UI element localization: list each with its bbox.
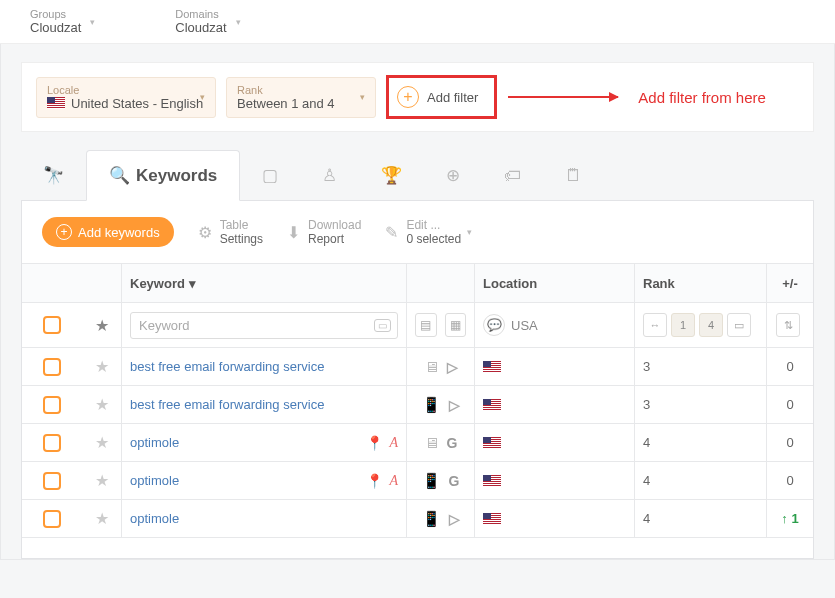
locale-value: United States - English	[47, 96, 205, 111]
bing-icon: ▷	[449, 397, 460, 413]
mobile-icon: 📱	[422, 396, 441, 414]
rank-value: 4	[643, 473, 650, 488]
bing-icon: ▷	[449, 511, 460, 527]
change-value: 0	[786, 359, 793, 374]
tabs: 🔭 🔍Keywords ▢ ♙ 🏆 ⊕ 🏷 🗒	[21, 150, 814, 201]
rank-value: 3	[643, 397, 650, 412]
us-flag-icon	[483, 513, 501, 525]
plus-icon: +	[56, 224, 72, 240]
table-row: ★best free email forwarding service🖥▷30	[22, 348, 813, 386]
language-icon: A	[389, 473, 398, 489]
row-checkbox[interactable]	[43, 510, 61, 528]
rank-high[interactable]: 4	[699, 313, 723, 337]
star-icon[interactable]: ★	[95, 471, 109, 490]
change-value: 0	[786, 435, 793, 450]
rank-filter[interactable]: Rank Between 1 and 4 ▾	[226, 77, 376, 118]
row-checkbox[interactable]	[43, 358, 61, 376]
rank-value: Between 1 and 4	[237, 96, 365, 111]
rank-value: 4	[643, 511, 650, 526]
table-row: ★optimole📍A📱G40	[22, 462, 813, 500]
us-flag-icon	[483, 475, 501, 487]
bubble-icon[interactable]: 💬	[483, 314, 505, 336]
desktop-icon: 🖥	[424, 434, 439, 451]
keyword-link[interactable]: optimole	[130, 511, 179, 526]
caret-down-icon: ▾	[360, 92, 365, 102]
col-plus-minus[interactable]: +/-	[767, 264, 813, 302]
keyword-link[interactable]: best free email forwarding service	[130, 397, 324, 412]
row-checkbox[interactable]	[43, 396, 61, 414]
tab-target[interactable]: ⊕	[424, 151, 482, 200]
tab-window[interactable]: ▢	[240, 151, 300, 200]
table-settings-button[interactable]: ⚙ Table Settings	[198, 218, 263, 246]
map-pin-icon: 📍	[366, 435, 383, 451]
pencil-icon: ✎	[385, 223, 398, 242]
row-checkbox[interactable]	[43, 472, 61, 490]
tab-keywords[interactable]: 🔍Keywords	[86, 150, 240, 201]
groups-label: Groups	[30, 8, 81, 20]
star-icon[interactable]: ★	[95, 316, 109, 335]
tab-trophy[interactable]: 🏆	[359, 151, 424, 200]
plus-circle-icon: +	[397, 86, 419, 108]
groups-value: Cloudzat	[30, 20, 81, 35]
select-all-checkbox[interactable]	[43, 316, 61, 334]
language-icon: A	[389, 435, 398, 451]
device-filter-button[interactable]: ▤	[415, 313, 437, 337]
crosshair-icon: ⊕	[446, 166, 460, 185]
table-header: Keyword ▾ Location Rank +/-	[22, 264, 813, 303]
change-value: 0	[786, 397, 793, 412]
keyword-link[interactable]: optimole	[130, 435, 179, 450]
window-icon: ▢	[262, 166, 278, 185]
tab-chess[interactable]: ♙	[300, 151, 359, 200]
star-icon[interactable]: ★	[95, 395, 109, 414]
tag-icon: 🏷	[504, 166, 521, 185]
desktop-icon: 🖥	[424, 358, 439, 375]
rank-label: Rank	[237, 84, 365, 96]
tab-notes[interactable]: 🗒	[543, 152, 604, 200]
download-report-button[interactable]: ⬇ Download Report	[287, 218, 361, 246]
engine-filter-button[interactable]: ▦	[445, 313, 467, 337]
domains-selector[interactable]: Domains Cloudzat ▾	[175, 8, 240, 35]
content-panel: + Add keywords ⚙ Table Settings ⬇ Downlo…	[21, 201, 814, 559]
caret-down-icon: ▾	[200, 92, 205, 102]
us-flag-icon	[483, 399, 501, 411]
col-rank[interactable]: Rank	[635, 264, 767, 302]
add-keywords-button[interactable]: + Add keywords	[42, 217, 174, 247]
domains-value: Cloudzat	[175, 20, 226, 35]
star-icon[interactable]: ★	[95, 357, 109, 376]
us-flag-icon	[483, 361, 501, 373]
change-up: ↑ 1	[781, 511, 798, 526]
row-checkbox[interactable]	[43, 434, 61, 452]
tab-binoculars[interactable]: 🔭	[21, 151, 86, 200]
filter-bar: Locale United States - English ▾ Rank Be…	[21, 62, 814, 132]
mobile-icon: 📱	[422, 510, 441, 528]
col-keyword[interactable]: Keyword ▾	[122, 264, 407, 302]
locale-filter[interactable]: Locale United States - English ▾	[36, 77, 216, 118]
sliders-icon: ⚙	[198, 223, 212, 242]
search-icon: 🔍	[109, 166, 130, 185]
groups-selector[interactable]: Groups Cloudzat ▾	[30, 8, 95, 35]
star-icon[interactable]: ★	[95, 433, 109, 452]
download-icon: ⬇	[287, 223, 300, 242]
keyword-link[interactable]: best free email forwarding service	[130, 359, 324, 374]
rank-range-icon[interactable]: ↔	[643, 313, 667, 337]
edit-selected-button[interactable]: ✎ Edit ... 0 selected ▾	[385, 218, 472, 246]
tag-icon: ▭	[374, 319, 391, 332]
tab-tag[interactable]: 🏷	[482, 152, 543, 200]
tab-keywords-label: Keywords	[136, 166, 217, 185]
table-row: ★optimole📍A🖥G40	[22, 424, 813, 462]
star-icon[interactable]: ★	[95, 509, 109, 528]
google-icon: G	[447, 435, 458, 451]
rank-low[interactable]: 1	[671, 313, 695, 337]
us-flag-icon	[47, 97, 65, 109]
col-location[interactable]: Location	[475, 264, 635, 302]
trophy-icon: 🏆	[381, 166, 402, 185]
keyword-link[interactable]: optimole	[130, 473, 179, 488]
rank-tag-icon[interactable]: ▭	[727, 313, 751, 337]
annotation-arrow	[508, 96, 618, 98]
top-bar: Groups Cloudzat ▾ Domains Cloudzat ▾	[0, 0, 835, 44]
sort-pm-button[interactable]: ⇅	[776, 313, 800, 337]
main-area: Locale United States - English ▾ Rank Be…	[0, 44, 835, 560]
table-filter-row: ★ Keyword ▭ ▤ ▦ 💬 USA ↔ 1	[22, 303, 813, 348]
keyword-filter-input[interactable]: Keyword ▭	[130, 312, 398, 339]
add-filter-button[interactable]: + Add filter	[386, 75, 497, 119]
